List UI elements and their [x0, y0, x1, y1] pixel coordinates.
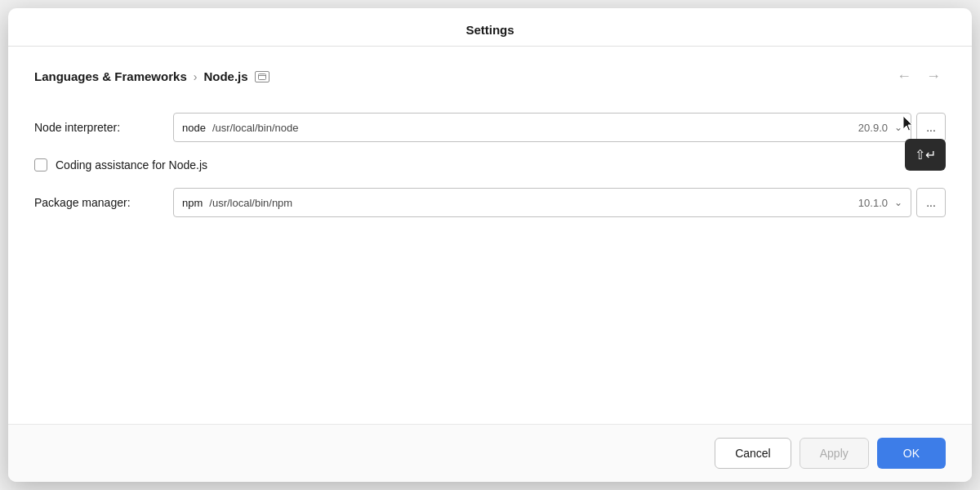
- npm-ellipsis-icon: ...: [926, 196, 936, 209]
- npm-version: 10.1.0: [858, 197, 888, 209]
- npm-dropdown-arrow-icon[interactable]: ⌄: [894, 197, 902, 208]
- cancel-button[interactable]: Cancel: [715, 438, 791, 469]
- package-manager-label: Package manager:: [34, 196, 173, 209]
- dialog-title: Settings: [466, 23, 514, 37]
- node-version: 20.9.0: [858, 122, 888, 134]
- settings-dialog: Settings Languages & Frameworks › Node.j…: [8, 8, 972, 482]
- breadcrumb-parent[interactable]: Languages & Frameworks: [34, 69, 187, 83]
- nav-forward-button[interactable]: →: [921, 66, 946, 87]
- dialog-footer: Cancel Apply OK: [8, 424, 972, 482]
- npm-path: /usr/local/bin/npm: [209, 197, 858, 209]
- node-interpreter-label: Node interpreter:: [34, 121, 173, 134]
- dialog-body: Languages & Frameworks › Node.js ← → Nod…: [8, 47, 972, 424]
- ok-button[interactable]: OK: [877, 438, 946, 469]
- forward-arrow-icon: →: [926, 68, 941, 85]
- node-interpreter-ellipsis-button[interactable]: ...: [916, 113, 946, 142]
- package-manager-row: Package manager: npm /usr/local/bin/npm …: [34, 188, 946, 217]
- back-arrow-icon: ←: [897, 68, 911, 85]
- breadcrumb-current[interactable]: Node.js: [203, 69, 247, 83]
- nav-buttons: ← →: [892, 66, 946, 87]
- breadcrumb-window-icon: [255, 71, 270, 82]
- breadcrumb: Languages & Frameworks › Node.js: [34, 69, 270, 83]
- node-dropdown-arrow-icon[interactable]: ⌄: [894, 122, 902, 133]
- breadcrumb-separator: ›: [194, 70, 198, 83]
- coding-assistance-row: Coding assistance for Node.js: [34, 158, 946, 172]
- breadcrumb-row: Languages & Frameworks › Node.js ← →: [34, 66, 946, 87]
- interpreter-tooltip: ⇧↵: [905, 139, 946, 171]
- node-type-label: node: [182, 122, 206, 134]
- ellipsis-icon: ...: [926, 121, 936, 134]
- npm-type-label: npm: [182, 197, 203, 209]
- coding-assistance-label: Coding assistance for Node.js: [56, 158, 207, 172]
- coding-assistance-checkbox[interactable]: [34, 158, 47, 172]
- tooltip-icon: ⇧↵: [915, 147, 936, 163]
- package-manager-ellipsis-button[interactable]: ...: [916, 188, 946, 217]
- node-path: /usr/local/bin/node: [212, 122, 858, 134]
- apply-button[interactable]: Apply: [800, 438, 869, 469]
- svg-rect-0: [258, 74, 265, 79]
- node-interpreter-field[interactable]: node /usr/local/bin/node 20.9.0 ⌄: [173, 113, 911, 142]
- package-manager-field[interactable]: npm /usr/local/bin/npm 10.1.0 ⌄: [173, 188, 911, 217]
- node-interpreter-row: Node interpreter: node /usr/local/bin/no…: [34, 113, 946, 142]
- dialog-header: Settings: [8, 8, 972, 47]
- nav-back-button[interactable]: ←: [892, 66, 916, 87]
